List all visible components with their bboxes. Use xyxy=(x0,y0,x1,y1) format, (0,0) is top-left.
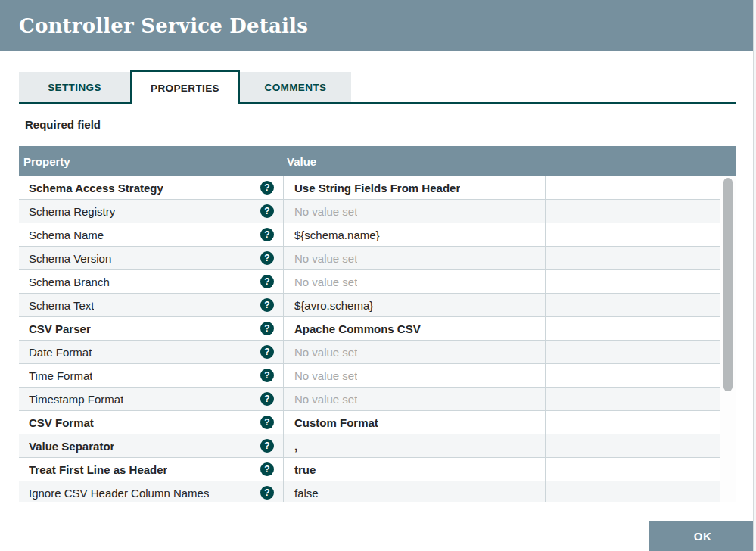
table-row[interactable]: CSV Parser ? Apache Commons CSV xyxy=(19,317,720,341)
property-value: No value set xyxy=(294,276,357,288)
property-cell: Timestamp Format ? xyxy=(19,388,283,410)
table-row[interactable]: Timestamp Format ? No value set xyxy=(19,388,720,411)
row-filler xyxy=(546,388,720,410)
row-filler xyxy=(546,200,720,223)
help-icon[interactable]: ? xyxy=(260,439,274,453)
property-value: Use String Fields From Header xyxy=(294,182,460,195)
property-name: Time Format xyxy=(29,369,92,382)
property-cell: Schema Name ? xyxy=(19,223,283,246)
table-row[interactable]: Ignore CSV Header Column Names ? false xyxy=(19,481,720,502)
help-icon[interactable]: ? xyxy=(260,416,274,429)
tab-underline xyxy=(19,102,736,104)
property-value: true xyxy=(294,463,316,476)
dialog-title: Controller Service Details xyxy=(0,14,308,37)
property-cell: Treat First Line as Header ? xyxy=(19,458,283,481)
property-cell: Date Format ? xyxy=(19,341,283,363)
value-cell[interactable]: false xyxy=(283,481,546,502)
property-value: false xyxy=(294,487,319,500)
value-cell[interactable]: No value set xyxy=(283,200,546,223)
ok-button[interactable]: OK xyxy=(649,521,756,551)
table-scrollbar-track[interactable] xyxy=(720,176,736,502)
value-cell[interactable]: ${schema.name} xyxy=(283,223,546,246)
help-icon[interactable]: ? xyxy=(260,181,274,195)
table-row[interactable]: Schema Text ? ${avro.schema} xyxy=(19,294,720,317)
help-icon[interactable]: ? xyxy=(260,204,274,218)
property-value: No value set xyxy=(294,393,357,406)
table-row[interactable]: Schema Registry ? No value set xyxy=(19,200,720,223)
property-cell: Schema Registry ? xyxy=(19,200,283,223)
table-row[interactable]: Schema Access Strategy ? Use String Fiel… xyxy=(19,176,720,200)
property-name: Schema Branch xyxy=(29,276,110,288)
value-cell[interactable]: ${avro.schema} xyxy=(283,294,546,316)
value-cell[interactable]: true xyxy=(283,458,546,481)
row-filler xyxy=(546,176,720,199)
property-cell: Schema Branch ? xyxy=(19,270,283,293)
table-row[interactable]: Value Separator ? , xyxy=(19,434,720,458)
properties-table: Property Value Schema Access Strategy ? … xyxy=(19,146,736,502)
value-cell[interactable]: No value set xyxy=(283,388,546,410)
help-icon[interactable]: ? xyxy=(260,392,274,406)
column-header-property: Property xyxy=(19,155,283,168)
help-icon[interactable]: ? xyxy=(260,228,274,241)
row-filler xyxy=(546,270,720,293)
row-filler xyxy=(546,481,720,502)
table-scrollbar-thumb[interactable] xyxy=(723,178,733,391)
property-name: CSV Format xyxy=(29,416,94,429)
table-row[interactable]: Schema Branch ? No value set xyxy=(19,270,720,294)
property-name: Schema Access Strategy xyxy=(29,182,163,195)
value-cell[interactable]: No value set xyxy=(283,247,546,269)
value-cell[interactable]: Use String Fields From Header xyxy=(283,176,546,199)
property-value: ${avro.schema} xyxy=(294,299,373,312)
value-cell[interactable]: No value set xyxy=(283,341,546,363)
help-icon[interactable]: ? xyxy=(260,369,274,382)
row-filler xyxy=(546,411,720,434)
property-value: ${schema.name} xyxy=(294,229,380,241)
value-cell[interactable]: , xyxy=(283,434,546,457)
property-name: Date Format xyxy=(29,346,92,359)
help-icon[interactable]: ? xyxy=(260,275,274,288)
value-cell[interactable]: No value set xyxy=(283,364,546,387)
row-filler xyxy=(546,341,720,363)
property-value: No value set xyxy=(294,205,357,218)
value-cell[interactable]: No value set xyxy=(283,270,546,293)
property-name: Schema Registry xyxy=(29,205,115,218)
tab-settings-label: SETTINGS xyxy=(48,82,101,93)
property-name: Value Separator xyxy=(29,440,114,453)
row-filler xyxy=(546,294,720,316)
properties-table-header: Property Value xyxy=(19,146,736,176)
table-row[interactable]: Time Format ? No value set xyxy=(19,364,720,388)
property-cell: Schema Access Strategy ? xyxy=(19,176,283,199)
value-cell[interactable]: Custom Format xyxy=(283,411,546,434)
row-filler xyxy=(546,458,720,481)
table-row[interactable]: CSV Format ? Custom Format xyxy=(19,411,720,434)
properties-table-viewport: Schema Access Strategy ? Use String Fiel… xyxy=(19,176,736,502)
row-filler xyxy=(546,317,720,340)
property-cell: Time Format ? xyxy=(19,364,283,387)
help-icon[interactable]: ? xyxy=(260,298,274,312)
required-field-label: Required field xyxy=(25,118,101,131)
tab-comments[interactable]: COMMENTS xyxy=(240,72,351,102)
value-cell[interactable]: Apache Commons CSV xyxy=(283,317,546,340)
table-row[interactable]: Treat First Line as Header ? true xyxy=(19,458,720,481)
property-name: CSV Parser xyxy=(29,322,91,335)
help-icon[interactable]: ? xyxy=(260,345,274,359)
tab-properties[interactable]: PROPERTIES xyxy=(130,70,240,104)
help-icon[interactable]: ? xyxy=(260,322,274,335)
table-row[interactable]: Schema Version ? No value set xyxy=(19,247,720,270)
help-icon[interactable]: ? xyxy=(260,251,274,265)
tab-comments-label: COMMENTS xyxy=(265,82,327,93)
property-value: No value set xyxy=(294,252,357,265)
help-icon[interactable]: ? xyxy=(260,486,274,500)
property-name: Treat First Line as Header xyxy=(29,463,167,476)
table-row[interactable]: Date Format ? No value set xyxy=(19,341,720,364)
tab-settings[interactable]: SETTINGS xyxy=(19,72,130,102)
property-value: No value set xyxy=(294,346,357,359)
tab-properties-label: PROPERTIES xyxy=(151,82,219,94)
property-cell: CSV Parser ? xyxy=(19,317,283,340)
table-row[interactable]: Schema Name ? ${schema.name} xyxy=(19,223,720,247)
row-filler xyxy=(546,434,720,457)
help-icon[interactable]: ? xyxy=(260,462,274,476)
properties-rows: Schema Access Strategy ? Use String Fiel… xyxy=(19,176,720,502)
property-value: , xyxy=(294,440,297,453)
property-cell: Schema Text ? xyxy=(19,294,283,316)
